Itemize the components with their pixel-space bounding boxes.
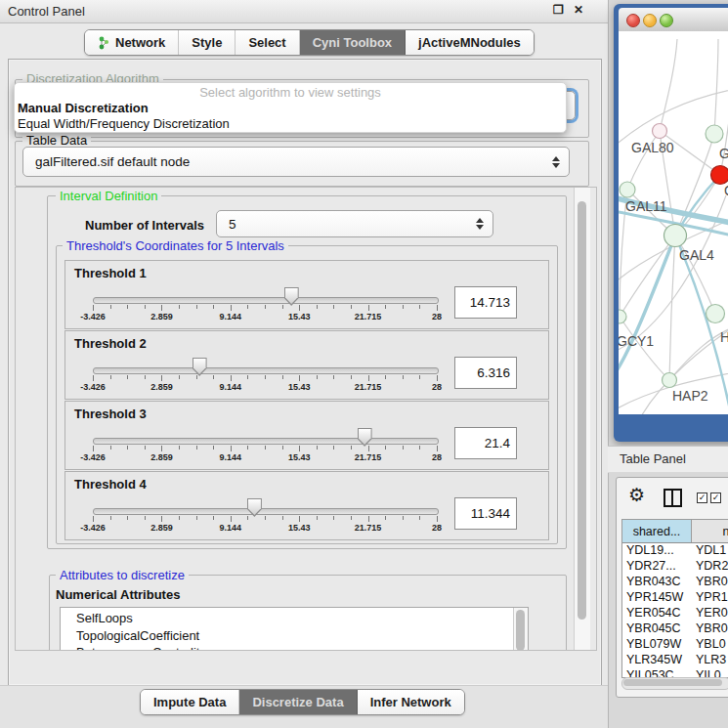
tab-infer-network[interactable]: Infer Network: [358, 690, 464, 714]
table-panel: ⚙ ✓ ✓ shared...na YDL19...YDL1YDR27...YD…: [616, 477, 728, 698]
control-panel-tabbar: NetworkStyleSelectCyni ToolboxjActiveMNo…: [84, 29, 535, 56]
table-panel-title: Table Panel: [620, 451, 686, 466]
table-cell: YBR045C: [622, 621, 692, 637]
node-gal11: [620, 182, 635, 197]
table-cell: YER0: [692, 606, 728, 621]
number-of-intervals-value: 5: [217, 217, 473, 232]
table-cell: YIL0: [692, 668, 728, 677]
number-of-intervals-combobox[interactable]: 5: [216, 210, 493, 237]
node-label-gal80: GAL80: [631, 140, 674, 155]
threshold-4-panel: Threshold 4-3.4262.8599.14415.4321.71528…: [64, 471, 549, 540]
threshold-3-panel: Threshold 3-3.4262.8599.14415.4321.71528…: [64, 401, 549, 470]
table-row[interactable]: YDL19...YDL1: [622, 543, 728, 559]
node-right-mid: [707, 305, 725, 323]
table-row[interactable]: YIL053CYIL0: [622, 668, 728, 677]
table-cell: YER054C: [622, 606, 692, 621]
tab-label: Style: [192, 35, 222, 50]
threshold-slider-track[interactable]: [93, 367, 439, 374]
threshold-value-field[interactable]: 11.344: [454, 497, 517, 530]
table-cell: YBR0: [692, 621, 728, 637]
table-cell: YDR2: [692, 559, 728, 575]
number-of-intervals-label: Number of Intervals: [85, 218, 204, 233]
node-attribute-table: shared...na YDL19...YDL1YDR27...YDR2YBR0…: [621, 519, 728, 678]
table-cell: YDR27...: [622, 559, 692, 575]
slider-tick-labels: -3.4262.8599.14415.4321.71528: [93, 452, 437, 464]
attribute-list-item[interactable]: TopologicalCoefficient: [76, 627, 528, 645]
list-scrollbar[interactable]: [513, 608, 528, 651]
table-row[interactable]: YER054CYER0: [622, 606, 728, 621]
table-rows: YDL19...YDL1YDR27...YDR2YBR043CYBR0YPR14…: [622, 543, 728, 677]
thresholds-group-label: Threshold's Coordinates for 5 Intervals: [63, 238, 288, 253]
dropdown-placeholder-item[interactable]: Select algorithm to view settings: [15, 83, 566, 101]
node-red-selected: [711, 166, 728, 185]
combo-stepper-icon: [473, 218, 486, 230]
threshold-label: Threshold 3: [74, 407, 147, 421]
threshold-value-field[interactable]: 14.713: [454, 286, 517, 319]
threshold-slider-track[interactable]: [93, 508, 439, 515]
dropdown-option-manual-discretization[interactable]: Manual Discretization: [15, 101, 566, 116]
table-row[interactable]: YBL079WYBL0: [622, 637, 728, 653]
slider-tick-labels: -3.4262.8599.14415.4321.71528: [93, 312, 437, 323]
cyni-bottom-bar: Impute DataDiscretize DataInfer Network: [0, 685, 608, 728]
threshold-1-panel: Threshold 1-3.4262.8599.14415.4321.71528…: [64, 260, 549, 329]
column-header-shared-name[interactable]: shared...: [622, 520, 692, 542]
checkbox-icon[interactable]: ✓: [710, 492, 721, 503]
control-panel-titlebar: Control Panel ❐ ✕: [0, 0, 608, 23]
slider-ticks: [93, 446, 437, 452]
slider-ticks: [93, 375, 437, 382]
table-horizontal-scrollbar[interactable]: [621, 677, 728, 690]
node-label-gcy1: GCY1: [619, 333, 654, 349]
node-label-partial-top: G: [719, 146, 728, 161]
table-cell: YBR043C: [622, 575, 692, 590]
table-cell: YDL1: [692, 543, 728, 559]
tab-cyni-toolbox[interactable]: Cyni Toolbox: [300, 30, 406, 55]
node-label-gal4: GAL4: [679, 247, 714, 263]
tab-style[interactable]: Style: [179, 30, 236, 55]
attribute-list-item[interactable]: BetweennessCentrality: [76, 644, 528, 651]
tab-select[interactable]: Select: [236, 30, 299, 55]
node-top-right: [706, 125, 723, 143]
table-row[interactable]: YPR145WYPR1: [622, 590, 728, 606]
settings-scrollbar[interactable]: [574, 188, 590, 650]
table-row[interactable]: YLR345WYLR3: [622, 653, 728, 668]
split-panel-icon[interactable]: [664, 489, 682, 507]
dropdown-option-equal-width[interactable]: Equal Width/Frequency Discretization: [15, 116, 566, 132]
minimize-traffic-light-icon[interactable]: [643, 14, 657, 27]
tab-discretize-data[interactable]: Discretize Data: [239, 690, 357, 714]
tab-impute-data[interactable]: Impute Data: [141, 690, 239, 714]
threshold-slider-track[interactable]: [93, 438, 439, 445]
numerical-attributes-label: Numerical Attributes: [56, 587, 180, 602]
table-cell: YBL079W: [622, 637, 692, 653]
node-label-gal11: GAL11: [625, 198, 667, 214]
threshold-value-field[interactable]: 6.316: [454, 357, 517, 389]
tab-label: Impute Data: [153, 695, 226, 709]
network-canvas[interactable]: GAL80 G C GAL11 GAL4 GCY1 H HAP2: [619, 31, 728, 414]
zoom-traffic-light-icon[interactable]: [660, 14, 673, 27]
float-window-icon[interactable]: ❐: [553, 3, 564, 17]
attribute-list-item[interactable]: SelfLoops: [76, 610, 528, 627]
table-cell: YBL0: [692, 637, 728, 653]
table-row[interactable]: YBR043CYBR0: [622, 575, 728, 590]
table-row[interactable]: YDR27...YDR2: [622, 559, 728, 575]
table-cell: YIL053C: [622, 668, 692, 677]
numerical-attributes-list[interactable]: SelfLoopsTopologicalCoefficientBetweenne…: [60, 607, 529, 651]
table-row[interactable]: YBR045CYBR0: [622, 621, 728, 637]
network-window: GAL80 G C GAL11 GAL4 GCY1 H HAP2: [614, 4, 728, 442]
table-panel-titlebar: Table Panel: [608, 446, 728, 473]
tab-jactivemnodules[interactable]: jActiveMNodules: [406, 30, 534, 55]
algorithm-dropdown-popup: Select algorithm to view settings Manual…: [14, 82, 567, 133]
gear-icon[interactable]: ⚙: [628, 486, 645, 504]
close-window-icon[interactable]: ✕: [574, 3, 583, 17]
thresholds-group: Threshold's Coordinates for 5 Intervals …: [56, 245, 558, 544]
network-icon: [98, 36, 109, 50]
threshold-value-field[interactable]: 21.4: [454, 427, 517, 459]
interval-definition-group: Interval Definition Number of Intervals …: [47, 195, 567, 549]
close-traffic-light-icon[interactable]: [626, 14, 640, 27]
table-data-combobox[interactable]: galFiltered.sif default node: [22, 147, 570, 177]
column-header-name[interactable]: na: [692, 520, 728, 542]
checkbox-icon[interactable]: ✓: [697, 492, 707, 503]
tab-label: Discretize Data: [252, 695, 343, 709]
threshold-slider-track[interactable]: [93, 297, 439, 304]
table-data-value: galFiltered.sif default node: [23, 154, 549, 169]
tab-network[interactable]: Network: [85, 30, 179, 55]
